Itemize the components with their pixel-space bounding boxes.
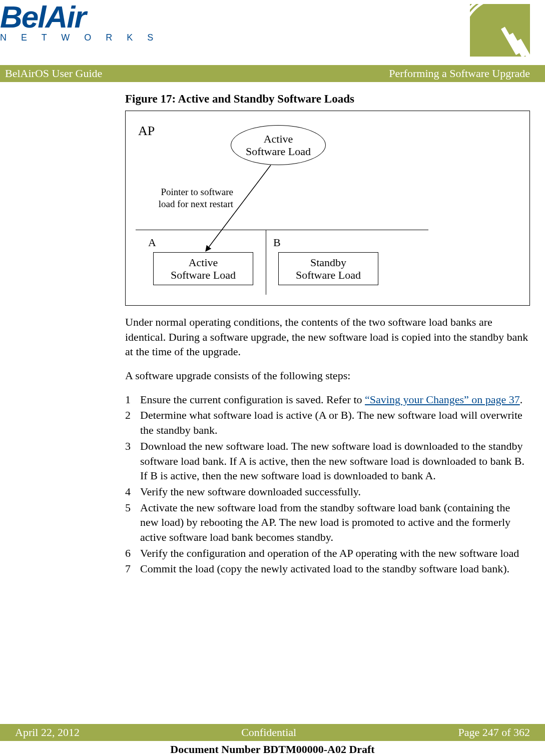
document-number: Document Number BDTM00000-A02 Draft — [0, 743, 545, 756]
content-area: Figure 17: Active and Standby Software L… — [0, 82, 545, 576]
list-item: Ensure the current configuration is save… — [125, 392, 530, 407]
list-item: Verify the new software downloaded succe… — [125, 484, 530, 499]
pointer-line1: Pointer to software — [136, 186, 233, 198]
step-text-end: . — [520, 393, 523, 406]
title-bar: BelAirOS User Guide Performing a Softwar… — [0, 65, 545, 82]
oval-line1: Active — [264, 133, 293, 145]
paragraph-1: Under normal operating conditions, the c… — [125, 315, 530, 359]
figure-diagram: AP Active Software Load Pointer to softw… — [125, 111, 530, 306]
bank-a-label: A — [148, 235, 156, 250]
step-text: Ensure the current configuration is save… — [140, 393, 365, 406]
pointer-line2: load for next restart — [136, 198, 233, 210]
paragraph-2: A software upgrade consists of the follo… — [125, 368, 530, 383]
footer-bar: April 22, 2012 Confidential Page 247 of … — [0, 724, 545, 741]
list-item: Activate the new software load from the … — [125, 500, 530, 545]
oval-line2: Software Load — [246, 145, 311, 158]
title-right: Performing a Software Upgrade — [389, 67, 530, 80]
active-load-oval: Active Software Load — [231, 125, 326, 165]
box-a-line1: Active — [189, 256, 218, 269]
pointer-annotation: Pointer to software load for next restar… — [136, 186, 233, 210]
list-item: Determine what software load is active (… — [125, 408, 530, 437]
box-a-line2: Software Load — [171, 269, 236, 281]
wave-icon — [470, 4, 530, 57]
footer-confidential: Confidential — [241, 726, 296, 739]
box-b-line2: Software Load — [296, 269, 361, 281]
t-divider — [136, 230, 428, 230]
footer-page: Page 247 of 362 — [458, 726, 530, 739]
saving-changes-link[interactable]: “Saving your Changes” on page 37 — [365, 393, 520, 406]
list-item: Verify the configuration and operation o… — [125, 546, 530, 561]
logo-main-text: BelAir — [0, 4, 159, 31]
step-list: Ensure the current configuration is save… — [125, 392, 530, 576]
ap-label: AP — [138, 122, 155, 140]
list-item: Download the new software load. The new … — [125, 439, 530, 483]
figure-caption: Figure 17: Active and Standby Software L… — [125, 91, 530, 107]
title-left: BelAirOS User Guide — [5, 67, 102, 80]
box-b-line1: Standby — [310, 256, 346, 269]
page-header: BelAir N E T W O R K S — [0, 0, 545, 65]
logo-sub-text: N E T W O R K S — [0, 33, 159, 43]
logo: BelAir N E T W O R K S — [0, 4, 159, 43]
list-item: Commit the load (copy the newly activate… — [125, 561, 530, 576]
bank-b-label: B — [273, 235, 281, 250]
standby-load-box: Standby Software Load — [278, 252, 378, 285]
vert-separator — [266, 230, 266, 295]
active-load-box: Active Software Load — [153, 252, 253, 285]
footer-date: April 22, 2012 — [15, 726, 80, 739]
